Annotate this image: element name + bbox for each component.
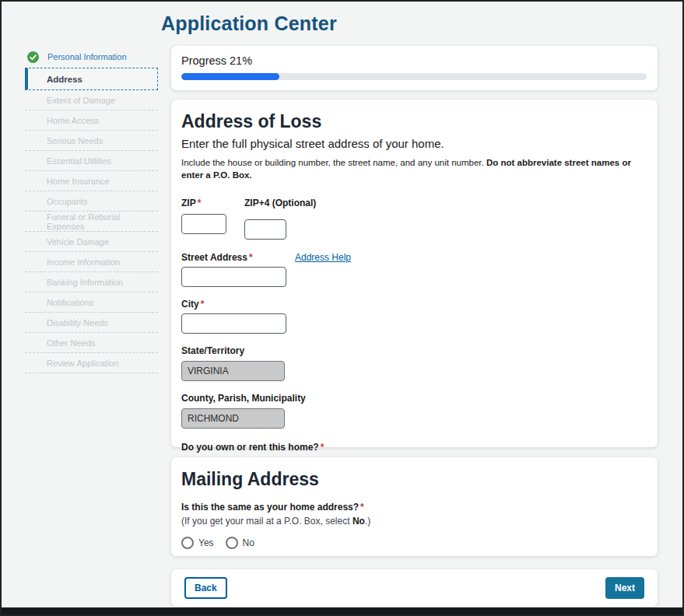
- mailing-hint: (If you get your mail at a P.O. Box, sel…: [181, 516, 647, 527]
- sidebar-item-label: Disability Needs: [47, 318, 108, 327]
- yes-radio-label: Yes: [198, 537, 214, 548]
- mailing-same-radio-group: Yes No: [181, 537, 647, 549]
- required-asterisk: *: [198, 198, 202, 208]
- sidebar-item-label: Notifications: [47, 298, 93, 307]
- sidebar-item-funeral-expenses: Funeral or Reburial Expenses: [25, 212, 158, 232]
- sidebar-item-label: Extent of Damage: [47, 96, 115, 105]
- county-input: [181, 408, 285, 429]
- sidebar-item-review-application: Review Application: [25, 353, 158, 373]
- check-circle-icon: [27, 51, 39, 63]
- sidebar-item-label: Other Needs: [47, 338, 95, 348]
- sidebar-item-label: Funeral or Reburial Expenses: [47, 212, 158, 231]
- sidebar-item-label: Vehicle Damage: [47, 237, 109, 247]
- address-of-loss-card: Address of Loss Enter the full physical …: [171, 100, 658, 447]
- sidebar-item-extent-of-damage: Extent of Damage: [25, 90, 158, 110]
- zip-field-group: ZIP*: [181, 198, 226, 240]
- sidebar-item-label: Serious Needs: [47, 136, 103, 145]
- street-label-row: Street Address* Address Help: [181, 252, 647, 263]
- sidebar-item-home-access: Home Access: [25, 110, 158, 131]
- sidebar-item-label: Income Information: [47, 257, 120, 267]
- sidebar-item-disability-needs: Disability Needs: [25, 313, 158, 333]
- progress-fill: [181, 73, 279, 80]
- zip-label: ZIP*: [181, 198, 226, 208]
- mailing-same-question: Is this the same as your home address?*: [181, 502, 647, 513]
- sidebar-item-notifications: Notifications: [25, 292, 158, 313]
- sidebar-item-label: Banking Information: [47, 278, 123, 287]
- own-rent-question: Do you own or rent this home?*: [181, 442, 647, 453]
- mailing-address-card: Mailing Address Is this the same as your…: [171, 457, 658, 556]
- next-button[interactable]: Next: [605, 577, 644, 599]
- sidebar-item-label: Review Application: [47, 359, 118, 368]
- sidebar-item-personal-information[interactable]: Personal Information: [25, 47, 158, 66]
- progress-card: Progress 21%: [171, 46, 658, 90]
- county-label: County, Parish, Municipality: [181, 393, 647, 404]
- street-address-label: Street Address*: [181, 252, 295, 263]
- sidebar-item-label: Home Access: [47, 116, 99, 125]
- window-bottom-edge: [2, 607, 682, 614]
- actions-card: Back Next: [171, 569, 658, 607]
- city-label: City*: [181, 299, 647, 310]
- zip-input[interactable]: [181, 214, 226, 234]
- section-title: Mailing Address: [181, 469, 647, 490]
- no-radio-label: No: [243, 537, 254, 548]
- sidebar-item-banking-information: Banking Information: [25, 272, 158, 292]
- sidebar-item-occupants: Occupants: [25, 191, 158, 212]
- sidebar-item-essential-utilities: Essential Utilities: [25, 151, 158, 171]
- required-asterisk: *: [201, 299, 205, 310]
- zip4-input[interactable]: [244, 219, 286, 240]
- zip-row: ZIP* ZIP+4 (Optional): [181, 198, 647, 240]
- section-subtitle: Enter the full physical street address o…: [181, 137, 647, 150]
- sidebar-item-label: Essential Utilities: [47, 156, 111, 166]
- progress-label: Progress 21%: [181, 54, 647, 67]
- no-radio[interactable]: [226, 537, 238, 549]
- back-button[interactable]: Back: [184, 577, 227, 599]
- section-note: Include the house or building number, th…: [181, 157, 647, 181]
- sidebar-item-home-insurance: Home Insurance: [25, 171, 158, 191]
- zip4-label: ZIP+4 (Optional): [244, 198, 316, 208]
- sidebar-item-address[interactable]: Address: [25, 68, 158, 90]
- application-window: Application Center Personal Information …: [0, 0, 684, 616]
- sidebar-item-label: Occupants: [47, 197, 88, 206]
- yes-radio[interactable]: [181, 537, 194, 549]
- street-address-input[interactable]: [181, 267, 286, 287]
- state-territory-input: [181, 361, 285, 381]
- city-input[interactable]: [181, 313, 286, 334]
- sidebar-item-label: Home Insurance: [47, 177, 110, 186]
- sidebar-item-income-information: Income Information: [25, 252, 158, 272]
- sidebar-item-label: Personal Information: [47, 52, 127, 61]
- sidebar-item-other-needs: Other Needs: [25, 333, 158, 353]
- sidebar-item-vehicle-damage: Vehicle Damage: [25, 232, 158, 252]
- sidebar-item-label: Address: [47, 75, 82, 84]
- state-territory-label: State/Territory: [181, 345, 647, 356]
- required-asterisk: *: [249, 252, 253, 263]
- zip4-field-group: ZIP+4 (Optional): [244, 198, 316, 240]
- required-asterisk: *: [360, 502, 364, 513]
- address-help-link[interactable]: Address Help: [295, 252, 351, 263]
- page-title: Application Center: [161, 12, 337, 35]
- sidebar-item-serious-needs: Serious Needs: [25, 131, 158, 151]
- step-sidebar: Personal Information Address Extent of D…: [25, 47, 158, 373]
- progress-bar-track: [181, 73, 647, 80]
- required-asterisk: *: [321, 442, 324, 453]
- section-title: Address of Loss: [181, 111, 647, 132]
